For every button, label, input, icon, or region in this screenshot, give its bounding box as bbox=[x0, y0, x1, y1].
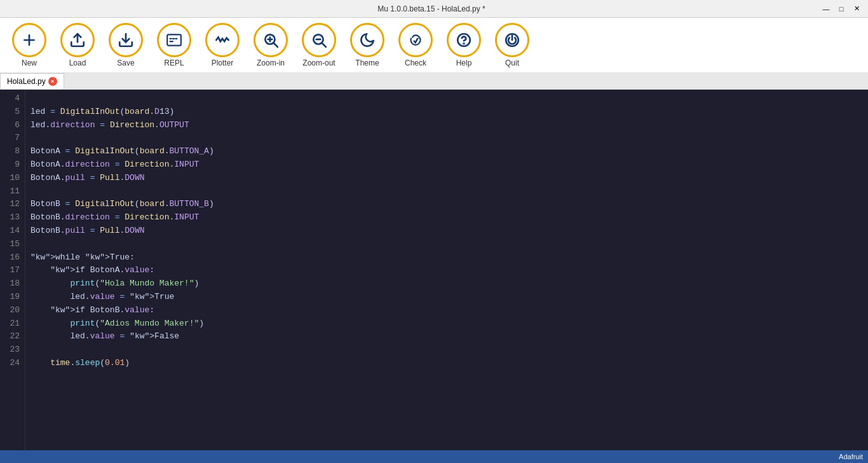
svg-line-10 bbox=[274, 43, 278, 47]
help-icon bbox=[447, 23, 481, 57]
toolbar-zoom-in-label: Zoom-in bbox=[257, 59, 285, 67]
window-controls[interactable]: — □ ✕ bbox=[820, 4, 863, 14]
line-number: 12 bbox=[5, 198, 20, 211]
code-editor[interactable]: led = DigitalInOut(board.D13)led.directi… bbox=[25, 90, 868, 450]
code-line: led.value = "kw">True bbox=[31, 291, 863, 304]
line-number: 11 bbox=[5, 185, 20, 198]
line-number: 21 bbox=[5, 317, 20, 331]
line-number: 9 bbox=[5, 158, 20, 172]
toolbar-save-button[interactable]: Save bbox=[103, 22, 149, 69]
toolbar-theme-button[interactable]: Theme bbox=[344, 22, 390, 69]
code-line: time.sleep(0.01) bbox=[31, 357, 863, 370]
window-title: Mu 1.0.0.beta.15 - HolaLed.py * bbox=[43, 4, 820, 13]
code-line: led = DigitalInOut(board.D13) bbox=[31, 106, 863, 119]
code-line: print("Hola Mundo Maker!") bbox=[31, 277, 863, 291]
line-number: 24 bbox=[5, 357, 20, 370]
line-number: 14 bbox=[5, 225, 20, 238]
load-icon bbox=[60, 23, 95, 57]
quit-icon bbox=[495, 23, 529, 57]
toolbar-check-label: Check bbox=[405, 59, 426, 67]
line-number: 5 bbox=[5, 106, 20, 119]
toolbar-help-label: Help bbox=[456, 59, 472, 67]
line-number: 20 bbox=[5, 304, 20, 317]
code-line: BotonA.direction = Direction.INPUT bbox=[31, 158, 863, 172]
line-number: 15 bbox=[5, 238, 20, 251]
title-bar: Mu 1.0.0.beta.15 - HolaLed.py * — □ ✕ bbox=[0, 0, 868, 18]
line-numbers: 456789101112131415161718192021222324 bbox=[0, 90, 25, 450]
code-line: BotonA = DigitalInOut(board.BUTTON_A) bbox=[31, 145, 863, 158]
line-number: 8 bbox=[5, 145, 20, 158]
toolbar-load-button[interactable]: Load bbox=[55, 22, 100, 69]
svg-rect-4 bbox=[167, 34, 181, 45]
status-bar: Adafruit bbox=[0, 450, 868, 463]
svg-line-14 bbox=[322, 43, 326, 47]
code-line: "kw">if BotonB.value: bbox=[31, 304, 863, 317]
code-line: print("Adios Mundo Maker!") bbox=[31, 317, 863, 331]
code-line: led.value = "kw">False bbox=[31, 330, 863, 343]
toolbar-repl-button[interactable]: REPL bbox=[151, 22, 197, 69]
toolbar-new-button[interactable]: New bbox=[6, 22, 52, 69]
tab-hola-led[interactable]: HolaLed.py× bbox=[0, 73, 64, 89]
svg-point-17 bbox=[463, 43, 464, 44]
toolbar-zoom-out-label: Zoom-out bbox=[302, 59, 335, 67]
toolbar-save-label: Save bbox=[117, 59, 134, 67]
toolbar-check-button[interactable]: Check bbox=[393, 22, 438, 69]
code-line: "kw">if BotonA.value: bbox=[31, 264, 863, 277]
line-number: 23 bbox=[5, 343, 20, 357]
line-number: 16 bbox=[5, 251, 20, 265]
toolbar-plotter-button[interactable]: Plotter bbox=[200, 22, 245, 69]
toolbar-repl-label: REPL bbox=[164, 59, 184, 67]
save-icon bbox=[109, 23, 143, 57]
repl-icon bbox=[157, 23, 191, 57]
code-line bbox=[31, 343, 863, 357]
toolbar-zoom-out-button[interactable]: Zoom-out bbox=[296, 22, 342, 69]
line-number: 13 bbox=[5, 211, 20, 225]
code-line bbox=[31, 185, 863, 198]
code-line: "kw">while "kw">True: bbox=[31, 251, 863, 265]
line-number: 18 bbox=[5, 277, 20, 291]
line-number: 6 bbox=[5, 119, 20, 132]
line-number: 4 bbox=[5, 92, 20, 106]
toolbar-load-label: Load bbox=[69, 59, 86, 67]
toolbar: NewLoadSaveREPLPlotterZoom-inZoom-outThe… bbox=[0, 18, 868, 73]
editor-container: 456789101112131415161718192021222324 led… bbox=[0, 90, 868, 450]
toolbar-zoom-in-button[interactable]: Zoom-in bbox=[248, 22, 294, 69]
zoom-in-icon bbox=[254, 23, 288, 57]
theme-icon bbox=[350, 23, 384, 57]
new-icon bbox=[12, 23, 46, 57]
code-line: BotonB = DigitalInOut(board.BUTTON_B) bbox=[31, 198, 863, 211]
tab-label: HolaLed.py bbox=[7, 77, 46, 86]
tab-bar: HolaLed.py× bbox=[0, 73, 868, 90]
toolbar-quit-label: Quit bbox=[505, 59, 519, 67]
code-line bbox=[31, 92, 863, 106]
line-number: 19 bbox=[5, 291, 20, 304]
code-line bbox=[31, 132, 863, 145]
code-line: led.direction = Direction.OUTPUT bbox=[31, 119, 863, 132]
status-label: Adafruit bbox=[839, 453, 863, 460]
zoom-out-icon bbox=[302, 23, 336, 57]
line-number: 17 bbox=[5, 264, 20, 277]
code-line: BotonB.direction = Direction.INPUT bbox=[31, 211, 863, 225]
close-button[interactable]: ✕ bbox=[850, 4, 863, 14]
code-line: BotonA.pull = Pull.DOWN bbox=[31, 172, 863, 185]
toolbar-quit-button[interactable]: Quit bbox=[489, 22, 535, 69]
check-icon bbox=[398, 23, 433, 57]
line-number: 7 bbox=[5, 132, 20, 145]
line-number: 10 bbox=[5, 172, 20, 185]
line-number: 22 bbox=[5, 330, 20, 343]
toolbar-theme-label: Theme bbox=[355, 59, 379, 67]
toolbar-new-label: New bbox=[22, 59, 37, 67]
minimize-button[interactable]: — bbox=[820, 4, 832, 14]
code-line bbox=[31, 238, 863, 251]
plotter-icon bbox=[205, 23, 240, 57]
maximize-button[interactable]: □ bbox=[835, 4, 848, 14]
code-line: BotonB.pull = Pull.DOWN bbox=[31, 225, 863, 238]
toolbar-plotter-label: Plotter bbox=[212, 59, 234, 67]
tab-close-button[interactable]: × bbox=[48, 77, 57, 86]
toolbar-help-button[interactable]: Help bbox=[441, 22, 487, 69]
